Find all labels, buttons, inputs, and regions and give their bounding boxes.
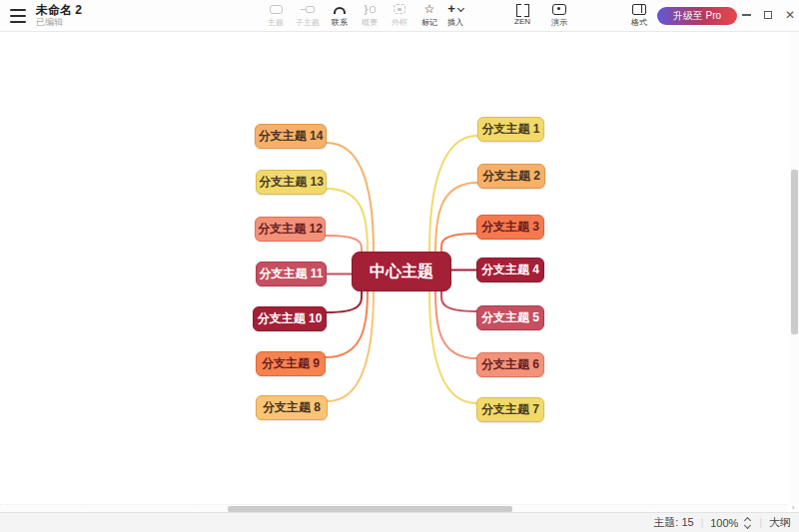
vertical-scrollbar-thumb[interactable] [791,170,798,334]
branch-topic[interactable]: 分支主题 3 [476,215,544,240]
branch-topic[interactable]: 分支主题 5 [476,305,544,330]
star-icon: ☆ [424,2,435,16]
branch-topic[interactable]: 分支主题 8 [256,395,328,420]
relationship-icon [334,2,346,16]
window-minimize-button[interactable] [737,6,755,24]
titlebar: 未命名 2 已编辑 主题 子主题 联系 } 概要 外框 ☆ 标记 + [0,0,799,32]
present-icon [552,2,566,16]
scrollbar-corner-arrow-icon[interactable]: › [788,503,798,512]
plus-icon: + [447,2,463,16]
toolbar-button-format[interactable]: 格式 [621,2,657,30]
branch-topic[interactable]: 分支主题 6 [476,352,544,377]
branch-topic[interactable]: 分支主题 9 [256,351,326,376]
branch-topic[interactable]: 分支主题 14 [255,124,327,149]
branch-topic[interactable]: 分支主题 12 [255,217,326,242]
toolbar-button-zen[interactable]: ZEN [504,2,540,30]
topic-icon [270,2,283,16]
app-window: 未命名 2 已编辑 主题 子主题 联系 } 概要 外框 ☆ 标记 + [0,0,799,532]
upgrade-pro-button[interactable]: 升级至 Pro [657,7,737,25]
branch-topic[interactable]: 分支主题 11 [256,262,327,286]
document-title-block: 未命名 2 已编辑 [36,3,82,28]
statusbar-divider: | [759,517,762,528]
branch-topic[interactable]: 分支主题 13 [256,170,327,195]
statusbar-divider: | [701,517,704,528]
format-panel-icon [632,2,646,16]
subtopic-icon [301,2,315,16]
window-maximize-button[interactable] [759,6,777,24]
toolbar-button-topic[interactable]: 主题 [258,2,294,30]
document-edited-status: 已编辑 [36,17,82,28]
vertical-scrollbar[interactable] [790,32,799,504]
hamburger-menu-icon[interactable] [8,8,28,24]
zoom-stepper-icon[interactable] [743,517,752,529]
toolbar-button-insert[interactable]: + 插入 [437,2,473,30]
mindmap-canvas[interactable]: › 分支主题 1分支主题 2分支主题 3分支主题 4分支主题 5分支主题 6分支… [0,32,799,512]
branch-topic[interactable]: 分支主题 2 [477,164,545,189]
summary-icon: } [364,2,375,16]
outline-button[interactable]: 大纲 [769,515,791,530]
window-close-button[interactable]: ✕ [781,6,799,24]
statusbar: 主题: 15 | 100% | 大纲 [0,512,799,532]
branch-topic[interactable]: 分支主题 10 [253,306,327,331]
branch-topic[interactable]: 分支主题 1 [477,117,544,142]
horizontal-scrollbar[interactable] [0,504,787,512]
central-topic[interactable]: 中心主题 [352,252,451,291]
toolbar-button-subtopic[interactable]: 子主题 [290,2,326,30]
document-title: 未命名 2 [36,3,82,17]
zen-mode-icon [516,2,529,16]
toolbar-button-present[interactable]: 演示 [541,2,577,30]
zoom-control[interactable]: 100% [710,517,752,529]
branch-topic[interactable]: 分支主题 4 [476,258,544,282]
boundary-icon [394,2,405,16]
zoom-level[interactable]: 100% [710,517,738,529]
branch-topic[interactable]: 分支主题 7 [476,397,544,422]
topic-count: 主题: 15 [653,515,693,530]
